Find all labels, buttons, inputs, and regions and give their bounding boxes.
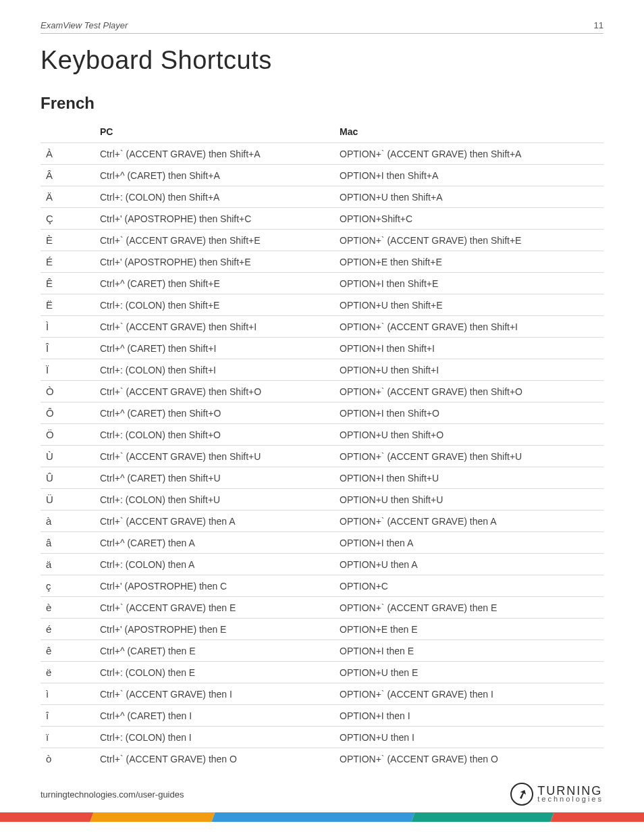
table-row: ÛCtrl+^ (CARET) then Shift+UOPTION+I the…: [41, 467, 603, 489]
char-cell: Î: [41, 338, 95, 359]
pc-cell: Ctrl+: (COLON) then A: [95, 554, 334, 575]
mac-cell: OPTION+U then Shift+U: [334, 489, 603, 511]
mac-cell: OPTION+I then Shift+A: [334, 165, 603, 186]
product-name: ExamView Test Player: [41, 20, 128, 30]
mac-cell: OPTION+` (ACCENT GRAVE) then Shift+A: [334, 143, 603, 165]
pc-cell: Ctrl+: (COLON) then Shift+A: [95, 186, 334, 208]
shortcuts-table: PC Mac ÀCtrl+` (ACCENT GRAVE) then Shift…: [41, 122, 603, 769]
mac-cell: OPTION+C: [334, 575, 603, 597]
table-row: ÙCtrl+` (ACCENT GRAVE) then Shift+UOPTIO…: [41, 446, 603, 467]
pc-cell: Ctrl+` (ACCENT GRAVE) then I: [95, 683, 334, 705]
mac-cell: OPTION+U then Shift+E: [334, 294, 603, 316]
table-row: ìCtrl+` (ACCENT GRAVE) then IOPTION+` (A…: [41, 683, 603, 705]
char-cell: ç: [41, 575, 95, 597]
char-cell: Ò: [41, 381, 95, 402]
pc-cell: Ctrl+` (ACCENT GRAVE) then Shift+I: [95, 316, 334, 338]
pc-cell: Ctrl+^ (CARET) then Shift+E: [95, 273, 334, 294]
char-cell: È: [41, 230, 95, 251]
pc-cell: Ctrl+` (ACCENT GRAVE) then Shift+U: [95, 446, 334, 467]
mac-cell: OPTION+Shift+C: [334, 208, 603, 230]
bar-segment: [90, 812, 215, 822]
char-cell: Ç: [41, 208, 95, 230]
table-row: ÌCtrl+` (ACCENT GRAVE) then Shift+IOPTIO…: [41, 316, 603, 338]
table-row: îCtrl+^ (CARET) then IOPTION+I then I: [41, 705, 603, 727]
table-row: ëCtrl+: (COLON) then EOPTION+U then E: [41, 662, 603, 683]
pc-cell: Ctrl+^ (CARET) then Shift+O: [95, 402, 334, 424]
char-cell: Ù: [41, 446, 95, 467]
pc-cell: Ctrl+' (APOSTROPHE) then E: [95, 619, 334, 640]
decorative-bar: [0, 812, 644, 822]
table-row: ÈCtrl+` (ACCENT GRAVE) then Shift+EOPTIO…: [41, 230, 603, 251]
table-row: àCtrl+` (ACCENT GRAVE) then AOPTION+` (A…: [41, 511, 603, 532]
char-cell: è: [41, 597, 95, 619]
table-header-row: PC Mac: [41, 122, 603, 143]
char-cell: Ì: [41, 316, 95, 338]
char-cell: ë: [41, 662, 95, 683]
char-cell: Ï: [41, 359, 95, 381]
mac-cell: OPTION+U then Shift+I: [334, 359, 603, 381]
table-row: ïCtrl+: (COLON) then IOPTION+U then I: [41, 727, 603, 748]
char-cell: ò: [41, 748, 95, 770]
mac-cell: OPTION+U then Shift+A: [334, 186, 603, 208]
mac-cell: OPTION+U then A: [334, 554, 603, 575]
pc-cell: Ctrl+' (APOSTROPHE) then C: [95, 575, 334, 597]
table-row: ÎCtrl+^ (CARET) then Shift+IOPTION+I the…: [41, 338, 603, 359]
char-cell: â: [41, 532, 95, 554]
pc-cell: Ctrl+^ (CARET) then Shift+A: [95, 165, 334, 186]
mac-cell: OPTION+I then Shift+E: [334, 273, 603, 294]
mac-cell: OPTION+I then Shift+O: [334, 402, 603, 424]
pc-cell: Ctrl+` (ACCENT GRAVE) then E: [95, 597, 334, 619]
char-cell: À: [41, 143, 95, 165]
document-page: ExamView Test Player 11 Keyboard Shortcu…: [0, 0, 644, 834]
mac-cell: OPTION+E then Shift+E: [334, 251, 603, 273]
table-row: ÇCtrl+' (APOSTROPHE) then Shift+COPTION+…: [41, 208, 603, 230]
char-cell: Ö: [41, 424, 95, 446]
char-cell: ï: [41, 727, 95, 748]
pc-cell: Ctrl+^ (CARET) then A: [95, 532, 334, 554]
logo-icon: ➚: [510, 783, 533, 806]
bar-segment: [412, 812, 554, 822]
table-row: çCtrl+' (APOSTROPHE) then COPTION+C: [41, 575, 603, 597]
pc-cell: Ctrl+` (ACCENT GRAVE) then Shift+E: [95, 230, 334, 251]
pc-cell: Ctrl+: (COLON) then I: [95, 727, 334, 748]
mac-cell: OPTION+U then Shift+O: [334, 424, 603, 446]
mac-cell: OPTION+` (ACCENT GRAVE) then Shift+O: [334, 381, 603, 402]
pc-cell: Ctrl+: (COLON) then Shift+U: [95, 489, 334, 511]
pc-cell: Ctrl+` (ACCENT GRAVE) then Shift+O: [95, 381, 334, 402]
table-row: âCtrl+^ (CARET) then AOPTION+I then A: [41, 532, 603, 554]
pc-cell: Ctrl+: (COLON) then E: [95, 662, 334, 683]
mac-cell: OPTION+` (ACCENT GRAVE) then I: [334, 683, 603, 705]
pc-cell: Ctrl+: (COLON) then Shift+I: [95, 359, 334, 381]
logo-text: TURNING technologies: [537, 785, 603, 803]
char-cell: é: [41, 619, 95, 640]
col-header-pc: PC: [95, 122, 334, 143]
mac-cell: OPTION+` (ACCENT GRAVE) then Shift+E: [334, 230, 603, 251]
mac-cell: OPTION+` (ACCENT GRAVE) then E: [334, 597, 603, 619]
bar-segment: [551, 812, 644, 822]
table-row: òCtrl+` (ACCENT GRAVE) then OOPTION+` (A…: [41, 748, 603, 770]
table-row: ÔCtrl+^ (CARET) then Shift+OOPTION+I the…: [41, 402, 603, 424]
pc-cell: Ctrl+: (COLON) then Shift+E: [95, 294, 334, 316]
table-row: èCtrl+` (ACCENT GRAVE) then EOPTION+` (A…: [41, 597, 603, 619]
pc-cell: Ctrl+^ (CARET) then E: [95, 640, 334, 662]
mac-cell: OPTION+` (ACCENT GRAVE) then Shift+I: [334, 316, 603, 338]
table-row: ÒCtrl+` (ACCENT GRAVE) then Shift+OOPTIO…: [41, 381, 603, 402]
table-row: ÖCtrl+: (COLON) then Shift+OOPTION+U the…: [41, 424, 603, 446]
table-row: ÉCtrl+' (APOSTROPHE) then Shift+EOPTION+…: [41, 251, 603, 273]
table-row: ÊCtrl+^ (CARET) then Shift+EOPTION+I the…: [41, 273, 603, 294]
char-cell: Ë: [41, 294, 95, 316]
mac-cell: OPTION+` (ACCENT GRAVE) then O: [334, 748, 603, 770]
bar-segment: [211, 812, 414, 822]
char-cell: Û: [41, 467, 95, 489]
mac-cell: OPTION+U then I: [334, 727, 603, 748]
pc-cell: Ctrl+^ (CARET) then Shift+I: [95, 338, 334, 359]
table-row: ÜCtrl+: (COLON) then Shift+UOPTION+U the…: [41, 489, 603, 511]
table-row: ÀCtrl+` (ACCENT GRAVE) then Shift+AOPTIO…: [41, 143, 603, 165]
pc-cell: Ctrl+` (ACCENT GRAVE) then A: [95, 511, 334, 532]
footer-link[interactable]: turningtechnologies.com/user-guides: [41, 789, 184, 800]
char-cell: Ô: [41, 402, 95, 424]
table-row: ÏCtrl+: (COLON) then Shift+IOPTION+U the…: [41, 359, 603, 381]
table-row: ÄCtrl+: (COLON) then Shift+AOPTION+U the…: [41, 186, 603, 208]
table-row: êCtrl+^ (CARET) then EOPTION+I then E: [41, 640, 603, 662]
logo-bottom: technologies: [537, 796, 603, 803]
